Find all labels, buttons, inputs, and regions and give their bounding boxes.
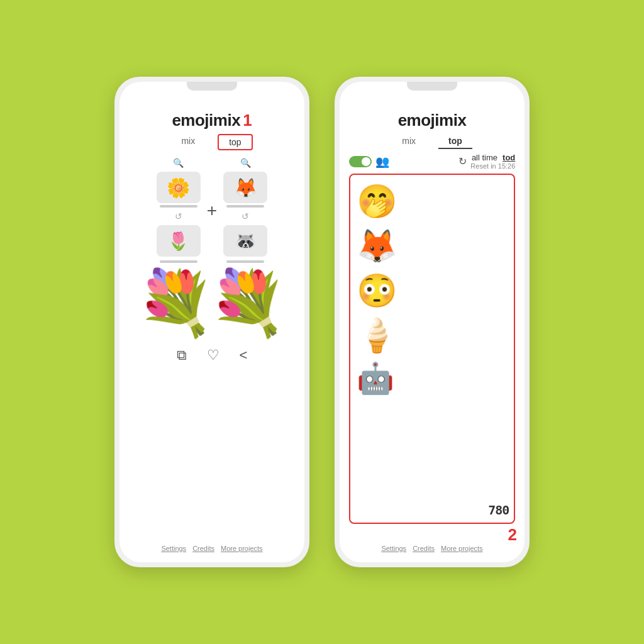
plus-sign: + xyxy=(207,201,217,221)
phone1-footer: Settings Credits More projects xyxy=(161,545,262,552)
slot2-bottom-emoji[interactable]: 🦝 xyxy=(223,225,267,257)
phone1-tab-mix[interactable]: mix xyxy=(171,134,205,150)
reset-info: Reset in 15:26 xyxy=(470,162,515,170)
credits-link-2[interactable]: Credits xyxy=(413,545,435,552)
share-button[interactable]: < xyxy=(240,347,248,364)
phone1-mixer: 🔍 🌼 ↺ 🌷 + 🔍 xyxy=(129,158,296,263)
slot2-top-emoji[interactable]: 🦊 xyxy=(223,172,267,203)
phone-1-content: emojimix 1 mix top 🔍 🌼 xyxy=(119,82,304,562)
count-badge: 780 xyxy=(488,502,509,518)
settings-link[interactable]: Settings xyxy=(161,545,186,552)
slot1-underline xyxy=(160,205,197,208)
phone1-result: 💐 💐 xyxy=(136,268,287,337)
phone-2-content: emojimix mix top 👥 ↻ all time tod Reset xyxy=(340,82,525,562)
top-emoji-1[interactable]: 🤭 xyxy=(357,180,508,223)
phone-2-screen: emojimix mix top 👥 ↻ all time tod Reset xyxy=(340,82,525,562)
slot1-top-emoji[interactable]: 🌼 xyxy=(157,172,201,203)
toggle-switch[interactable] xyxy=(349,156,372,167)
phone-1-notch xyxy=(187,82,237,91)
slot1-bottom-emoji[interactable]: 🌷 xyxy=(157,225,201,257)
more-projects-link-2[interactable]: More projects xyxy=(441,545,483,552)
phone2-footer: Settings Credits More projects xyxy=(381,545,482,552)
phone1-tabs: mix top xyxy=(171,134,252,150)
slot2-bottom-underline xyxy=(226,260,264,263)
count-number: 780 xyxy=(488,502,509,518)
phone2-badge: 2 xyxy=(508,525,517,544)
phone1-badge: 1 xyxy=(243,111,252,130)
phone-1-screen: emojimix 1 mix top 🔍 🌼 xyxy=(119,82,304,562)
all-time-filter[interactable]: all time xyxy=(472,153,497,162)
phone-1: emojimix 1 mix top 🔍 🌼 xyxy=(114,77,309,567)
phone-2: emojimix mix top 👥 ↻ all time tod Reset xyxy=(335,77,530,567)
phone2-app-title: emojimix xyxy=(398,111,467,130)
heart-button[interactable]: ♡ xyxy=(207,347,219,364)
top-emoji-3[interactable]: 😳 xyxy=(357,269,508,313)
phone2-tabs: mix top xyxy=(392,134,472,149)
more-projects-link[interactable]: More projects xyxy=(221,545,263,552)
today-filter[interactable]: tod xyxy=(502,153,515,162)
result-flower-emoji: 💐 xyxy=(136,268,215,337)
phone1-app-title: emojimix xyxy=(172,111,240,130)
zoom-icon-left[interactable]: 🔍 xyxy=(173,158,184,168)
result-flower-emoji-2: 💐 xyxy=(209,268,287,337)
phone1-tab-top[interactable]: top xyxy=(218,134,252,150)
slot2-underline xyxy=(226,205,264,208)
credits-link[interactable]: Credits xyxy=(192,545,214,552)
phone2-tab-top[interactable]: top xyxy=(438,134,472,149)
top-emoji-4[interactable]: 🍦 xyxy=(357,314,508,357)
copy-button[interactable]: ⧉ xyxy=(177,347,187,364)
time-filter: all time tod xyxy=(472,153,515,162)
phone-2-notch xyxy=(407,82,457,91)
refresh-icon-right[interactable]: ↺ xyxy=(242,211,249,221)
slot1-bottom-underline xyxy=(160,260,197,263)
zoom-icon-right[interactable]: 🔍 xyxy=(240,158,251,168)
top-emoji-2[interactable]: 🦊 xyxy=(357,225,508,268)
refresh-button[interactable]: ↻ xyxy=(458,155,467,167)
phone2-tab-mix[interactable]: mix xyxy=(392,134,426,149)
top-emoji-5[interactable]: 🤖 xyxy=(357,358,508,399)
refresh-icon-left[interactable]: ↺ xyxy=(175,211,182,221)
people-icon: 👥 xyxy=(375,155,389,169)
settings-link-2[interactable]: Settings xyxy=(381,545,406,552)
phone1-action-bar: ⧉ ♡ < xyxy=(177,347,248,364)
top-list: 🤭 🦊 😳 🍦 🤖 780 xyxy=(349,174,516,524)
